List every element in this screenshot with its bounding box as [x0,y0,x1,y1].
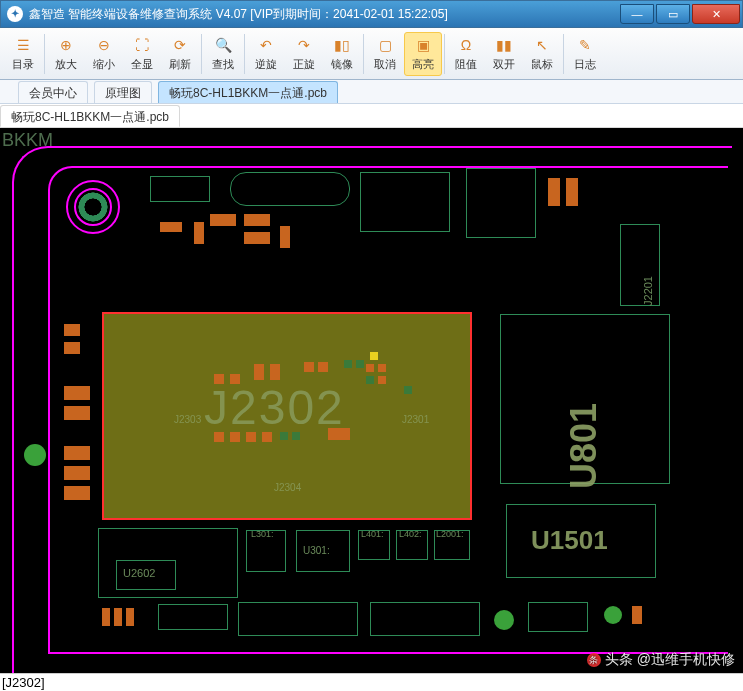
toolbar-zoomout-button[interactable]: ⊖缩小 [85,32,123,76]
ref-label: L2001: [436,529,464,539]
close-button[interactable]: ✕ [692,4,740,24]
nav-tab[interactable]: 畅玩8C-HL1BKKM一点通.pcb [158,81,338,103]
toolbar-cursor-button[interactable]: ↖鼠标 [523,32,561,76]
main-toolbar: ☰目录⊕放大⊖缩小⛶全显⟳刷新🔍查找↶逆旋↷正旋▮▯镜像▢取消▣高亮Ω阻值▮▮双… [0,28,743,80]
toolbar-separator [363,34,364,74]
connector-j2302-selected[interactable]: J2302 J2303 J2301 J2304 [102,312,472,520]
chip-u1501[interactable]: U1501 [506,504,656,578]
toolbar-ohm-button[interactable]: Ω阻值 [447,32,485,76]
zoomout-icon: ⊖ [93,35,115,55]
rotcw-icon: ↷ [293,35,315,55]
window-titlebar: ✦ 鑫智造 智能终端设备维修查询系统 V4.07 [VIP到期时间：2041-0… [0,0,743,28]
connector-j2201[interactable]: J2201 [620,224,660,306]
toolbar-label: 刷新 [169,57,191,72]
toolbar-label: 逆旋 [255,57,277,72]
ref-label: J2301 [402,414,429,425]
toolbar-label: 缩小 [93,57,115,72]
pad [160,222,182,232]
pad [548,178,560,206]
ref-label-large: J2302 [204,380,345,435]
cursor-icon: ↖ [531,35,553,55]
toolbar-separator [244,34,245,74]
ref-label: L402: [399,529,422,539]
toolbar-zoomin-button[interactable]: ⊕放大 [47,32,85,76]
toolbar-label: 目录 [12,57,34,72]
chip-l301[interactable]: L301: [246,530,286,572]
chip-u801[interactable]: U801 [500,314,670,484]
nav-tab[interactable]: 原理图 [94,81,152,103]
via [24,444,46,466]
toolbar-separator [44,34,45,74]
toolbar-label: 查找 [212,57,234,72]
chip-l402[interactable]: L402: [396,530,428,560]
minimize-button[interactable]: — [620,4,654,24]
ref-label: U301: [303,545,330,556]
rotccw-icon: ↶ [255,35,277,55]
pad [280,226,290,248]
highlight-icon: ▣ [412,35,434,55]
toolbar-rotccw-button[interactable]: ↶逆旋 [247,32,285,76]
pad [566,178,578,206]
chip-u2602[interactable]: U2602 [116,560,176,590]
ref-label: J2304 [274,482,301,493]
app-icon: ✦ [7,6,23,22]
toolbar-label: 正旋 [293,57,315,72]
toolbar-search-button[interactable]: 🔍查找 [204,32,242,76]
component [150,176,210,202]
toolbar-log-button[interactable]: ✎日志 [566,32,604,76]
toolbar-label: 日志 [574,57,596,72]
toolbar-label: 取消 [374,57,396,72]
ref-label: L401: [361,529,384,539]
hole-outline [74,188,112,226]
fit-icon: ⛶ [131,35,153,55]
document-tab[interactable]: 畅玩8C-HL1BKKM一点通.pcb [0,105,180,127]
ref-label: U2602 [123,567,155,579]
ref-label: L301: [251,529,274,539]
toolbar-label: 放大 [55,57,77,72]
pcb-canvas[interactable]: BKKM J2201 J2302 J2303 J2301 J2304 [0,128,743,673]
toolbar-label: 镜像 [331,57,353,72]
mirror-icon: ▮▯ [331,35,353,55]
component [230,172,350,206]
ref-label: J2303 [174,414,201,425]
toolbar-refresh-button[interactable]: ⟳刷新 [161,32,199,76]
toolbar-highlight-button[interactable]: ▣高亮 [404,32,442,76]
zoomin-icon: ⊕ [55,35,77,55]
toolbar-fit-button[interactable]: ⛶全显 [123,32,161,76]
nav-tab[interactable]: 会员中心 [18,81,88,103]
toolbar-label: 双开 [493,57,515,72]
pad [194,222,204,244]
toolbar-separator [201,34,202,74]
toolbar-catalog-button[interactable]: ☰目录 [4,32,42,76]
nav-tabs: 会员中心原理图畅玩8C-HL1BKKM一点通.pcb [0,80,743,104]
toolbar-mirror-button[interactable]: ▮▯镜像 [323,32,361,76]
toolbar-cancel-button[interactable]: ▢取消 [366,32,404,76]
window-title: 鑫智造 智能终端设备维修查询系统 V4.07 [VIP到期时间：2041-02-… [29,6,448,23]
dual-icon: ▮▮ [493,35,515,55]
catalog-icon: ☰ [12,35,34,55]
toolbar-dual-button[interactable]: ▮▮双开 [485,32,523,76]
toolbar-label: 鼠标 [531,57,553,72]
toolbar-separator [444,34,445,74]
status-text: [J2302] [2,675,45,690]
pad [210,214,236,226]
log-icon: ✎ [574,35,596,55]
component [466,168,536,238]
cancel-icon: ▢ [374,35,396,55]
component [360,172,450,232]
chip-u301[interactable]: U301: [296,530,350,572]
pad [244,214,270,226]
refresh-icon: ⟳ [169,35,191,55]
maximize-button[interactable]: ▭ [656,4,690,24]
toolbar-rotcw-button[interactable]: ↷正旋 [285,32,323,76]
document-tabs: 畅玩8C-HL1BKKM一点通.pcb [0,104,743,128]
toolbar-separator [563,34,564,74]
component-row [98,602,678,650]
ref-label: U801 [563,403,605,489]
ref-label: J2201 [642,276,654,306]
ref-label: U1501 [531,525,608,556]
chip-l401[interactable]: L401: [358,530,390,560]
search-icon: 🔍 [212,35,234,55]
pad [244,232,270,244]
chip-l2001[interactable]: L2001: [434,530,470,560]
